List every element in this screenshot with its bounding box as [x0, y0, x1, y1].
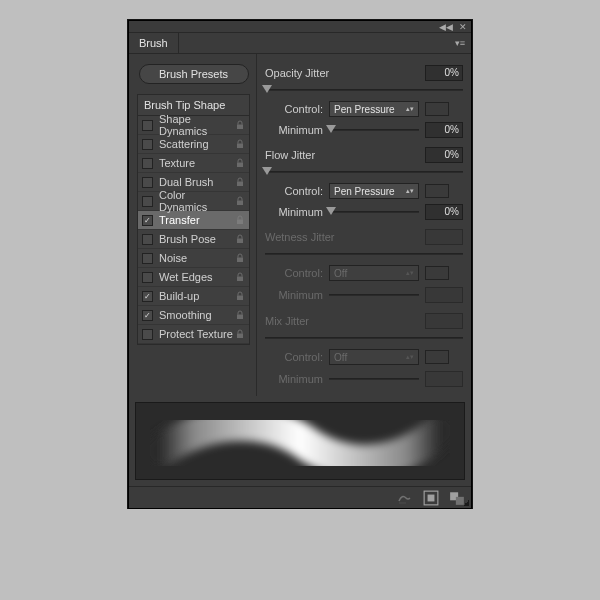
list-item[interactable]: Build-up: [138, 287, 249, 306]
lock-icon[interactable]: [235, 310, 245, 320]
list-item-label: Dual Brush: [159, 176, 235, 188]
panel-footer: [129, 486, 471, 508]
flow-control-select[interactable]: Pen Pressure▴▾: [329, 183, 419, 199]
lock-icon[interactable]: [235, 158, 245, 168]
collapse-icon[interactable]: ◀◀: [439, 22, 453, 32]
flow-control-label: Control:: [265, 185, 323, 197]
brush-panel: ◀◀ ✕ Brush ▾≡ Brush Presets Brush Tip Sh…: [128, 20, 472, 509]
flow-control-link[interactable]: [425, 184, 449, 198]
lock-icon[interactable]: [235, 120, 245, 130]
opacity-control-link[interactable]: [425, 102, 449, 116]
list-item[interactable]: Smoothing: [138, 306, 249, 325]
list-item-label: Brush Pose: [159, 233, 235, 245]
checkbox[interactable]: [142, 120, 153, 131]
tab-brush[interactable]: Brush: [129, 33, 179, 53]
mix-jitter-slider: [265, 334, 463, 342]
svg-rect-4: [237, 201, 243, 206]
flow-minimum-label: Minimum: [265, 206, 323, 218]
panel-topbar: ◀◀ ✕: [129, 21, 471, 33]
brush-preview: [135, 402, 465, 480]
flow-minimum-value[interactable]: 0%: [425, 204, 463, 220]
list-item-label: Color Dynamics: [159, 189, 235, 213]
lock-icon[interactable]: [235, 215, 245, 225]
mix-control-label: Control:: [265, 351, 323, 363]
flow-jitter-row: Flow Jitter 0%: [265, 146, 463, 164]
checkbox[interactable]: [142, 215, 153, 226]
panel-menu-icon[interactable]: ▾≡: [449, 38, 471, 48]
opacity-jitter-slider[interactable]: [265, 86, 463, 94]
list-item-label: Smoothing: [159, 309, 235, 321]
brush-presets-button[interactable]: Brush Presets: [139, 64, 249, 84]
chevron-updown-icon: ▴▾: [406, 270, 414, 276]
checkbox[interactable]: [142, 234, 153, 245]
list-item-label: Wet Edges: [159, 271, 235, 283]
flow-control-row: Control: Pen Pressure▴▾: [265, 182, 463, 200]
list-item[interactable]: Transfer: [138, 211, 249, 230]
checkbox[interactable]: [142, 158, 153, 169]
checkbox[interactable]: [142, 310, 153, 321]
mix-minimum-label: Minimum: [265, 373, 323, 385]
brush-stroke-icon: [150, 411, 450, 471]
right-column: Opacity Jitter 0% Control: Pen Pressure▴…: [257, 54, 471, 396]
mix-jitter-value: [425, 313, 463, 329]
flow-minimum-slider[interactable]: [329, 208, 419, 216]
tab-row: Brush ▾≡: [129, 33, 471, 54]
svg-rect-9: [237, 296, 243, 301]
resize-handle-icon[interactable]: [459, 496, 471, 508]
lock-icon[interactable]: [235, 329, 245, 339]
list-item[interactable]: Brush Pose: [138, 230, 249, 249]
chevron-updown-icon: ▴▾: [406, 354, 414, 360]
flow-minimum-row: Minimum 0%: [265, 204, 463, 220]
lock-icon[interactable]: [235, 291, 245, 301]
lock-icon[interactable]: [235, 196, 245, 206]
list-item-label: Texture: [159, 157, 235, 169]
opacity-control-select[interactable]: Pen Pressure▴▾: [329, 101, 419, 117]
list-item[interactable]: Shape Dynamics: [138, 116, 249, 135]
opacity-minimum-slider[interactable]: [329, 126, 419, 134]
list-item[interactable]: Wet Edges: [138, 268, 249, 287]
wetness-minimum-value: [425, 287, 463, 303]
checkbox[interactable]: [142, 177, 153, 188]
checkbox[interactable]: [142, 329, 153, 340]
new-preset-icon[interactable]: [423, 491, 439, 505]
left-column: Brush Presets Brush Tip Shape Shape Dyna…: [129, 54, 257, 396]
lock-icon[interactable]: [235, 272, 245, 282]
list-item[interactable]: Texture: [138, 154, 249, 173]
wetness-control-label: Control:: [265, 267, 323, 279]
flow-jitter-value[interactable]: 0%: [425, 147, 463, 163]
flow-jitter-label: Flow Jitter: [265, 149, 425, 161]
mix-jitter-label: Mix Jitter: [265, 315, 425, 327]
mix-control-link: [425, 350, 449, 364]
mix-control-row: Control: Off▴▾: [265, 348, 463, 366]
svg-rect-11: [237, 334, 243, 339]
checkbox[interactable]: [142, 253, 153, 264]
checkbox[interactable]: [142, 139, 153, 150]
flow-jitter-slider[interactable]: [265, 168, 463, 176]
toggle-brush-icon[interactable]: [397, 491, 413, 505]
close-icon[interactable]: ✕: [459, 22, 467, 32]
list-item-label: Build-up: [159, 290, 235, 302]
lock-icon[interactable]: [235, 234, 245, 244]
list-item-label: Transfer: [159, 214, 235, 226]
chevron-updown-icon: ▴▾: [406, 106, 414, 112]
lock-icon[interactable]: [235, 253, 245, 263]
lock-icon[interactable]: [235, 177, 245, 187]
wetness-minimum-label: Minimum: [265, 289, 323, 301]
mix-jitter-row: Mix Jitter: [265, 312, 463, 330]
opacity-minimum-label: Minimum: [265, 124, 323, 136]
opacity-jitter-label: Opacity Jitter: [265, 67, 425, 79]
list-item-label: Shape Dynamics: [159, 113, 235, 137]
list-item[interactable]: Noise: [138, 249, 249, 268]
opacity-jitter-value[interactable]: 0%: [425, 65, 463, 81]
list-item[interactable]: Scattering: [138, 135, 249, 154]
list-item[interactable]: Color Dynamics: [138, 192, 249, 211]
checkbox[interactable]: [142, 272, 153, 283]
list-item[interactable]: Protect Texture: [138, 325, 249, 344]
opacity-control-row: Control: Pen Pressure▴▾: [265, 100, 463, 118]
list-item-label: Noise: [159, 252, 235, 264]
checkbox[interactable]: [142, 196, 153, 207]
opacity-minimum-value[interactable]: 0%: [425, 122, 463, 138]
svg-rect-7: [237, 258, 243, 263]
checkbox[interactable]: [142, 291, 153, 302]
lock-icon[interactable]: [235, 139, 245, 149]
